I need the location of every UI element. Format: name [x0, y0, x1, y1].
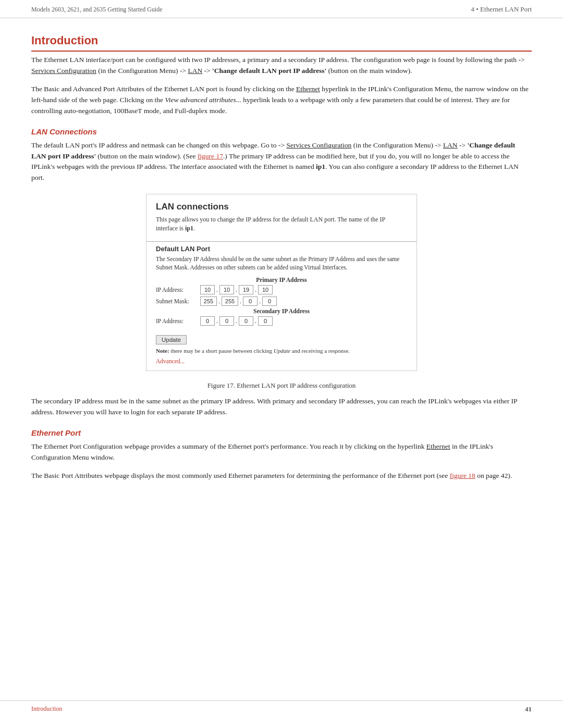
subnet-mask-row: Subnet Mask: . . . [156, 297, 407, 306]
header: Models 2603, 2621, and 2635 Getting Star… [0, 0, 563, 18]
lan-connections-heading: LAN Connections [31, 127, 532, 136]
figure-divider [146, 241, 417, 242]
subnet-mask-field-2[interactable] [222, 297, 238, 306]
sec-dot-2: . [236, 317, 237, 325]
primary-ip-field-1[interactable] [200, 285, 215, 294]
footer: Introduction 41 [0, 700, 563, 718]
ip-dot-2: . [236, 286, 237, 294]
ethernet-link-1[interactable]: Ethernet [296, 85, 320, 93]
subnet-mask-label: Subnet Mask: [156, 298, 200, 304]
figure17-ref[interactable]: figure 17 [198, 152, 223, 160]
header-chapter-number: 4 [471, 5, 476, 13]
services-config-link[interactable]: Services Configuration [31, 67, 96, 75]
header-right-text: 4 • Ethernet LAN Port [471, 5, 532, 14]
secondary-ip-field-4[interactable] [258, 316, 273, 326]
ip-dot-3: . [255, 286, 256, 294]
secondary-ip-field-1[interactable] [200, 316, 215, 326]
header-bullet: • [476, 5, 480, 13]
lan-connections-paragraph: The default LAN port's IP address and ne… [31, 140, 532, 184]
secondary-ip-fields: . . . [200, 316, 273, 326]
ethernet-para-2: The Basic Port Attributes webpage displa… [31, 471, 532, 482]
lan-link-2[interactable]: LAN [443, 141, 458, 149]
services-config-link-2[interactable]: Services Configuration [286, 141, 351, 149]
secondary-ip-label: Secondary IP Address [156, 308, 407, 314]
ethernet-para-1: The Ethernet Port Configuration webpage … [31, 441, 532, 463]
primary-ip-field-3[interactable] [239, 285, 253, 294]
intro-paragraph-1: The Ethernet LAN interface/port can be c… [31, 55, 532, 77]
figure18-ref[interactable]: figure 18 [450, 472, 475, 479]
subnet-dot-2: . [240, 298, 241, 305]
secondary-ip-field-2[interactable] [219, 316, 234, 326]
subnet-dot-1: . [218, 298, 220, 305]
main-content: Introduction The Ethernet LAN interface/… [0, 18, 563, 520]
secondary-ip-paragraph: The secondary IP address must be in the … [31, 396, 532, 418]
footer-section-name: Introduction [31, 705, 62, 713]
figure-caption: Figure 17. Ethernet LAN port IP address … [31, 381, 532, 390]
subnet-mask-field-1[interactable] [200, 297, 217, 306]
intro-paragraph-2: The Basic and Advanced Port Attributes o… [31, 84, 532, 117]
default-lan-desc: The Secondary IP Address should be on th… [156, 255, 407, 272]
figure-subtitle: This page allows you to change the IP ad… [146, 214, 417, 238]
ip-address-label-2: IP Address: [156, 318, 200, 324]
sec-dot-3: . [255, 317, 256, 325]
section-title: Introduction [31, 34, 532, 52]
update-button[interactable]: Update [156, 335, 187, 344]
update-section: Update [156, 331, 407, 348]
header-chapter-title: Ethernet LAN Port [480, 5, 532, 13]
ip-address-label-1: IP Address: [156, 287, 200, 293]
subnet-mask-fields: . . . [200, 297, 277, 306]
secondary-ip-field-3[interactable] [239, 316, 253, 326]
ip-dot-1: . [216, 286, 218, 294]
primary-ip-label: Primary IP Address [156, 277, 407, 283]
figure-box: LAN connections This page allows you to … [146, 194, 417, 371]
default-lan-heading: Default LAN Port [156, 245, 407, 253]
subnet-mask-field-3[interactable] [243, 297, 258, 306]
ethernet-link-2[interactable]: Ethernet [426, 442, 450, 450]
lan-link-1[interactable]: LAN [188, 67, 202, 75]
figure-title: LAN connections [146, 194, 417, 214]
sec-dot-1: . [216, 317, 218, 325]
primary-ip-fields: . . . [200, 285, 273, 294]
subnet-mask-field-4[interactable] [262, 297, 277, 306]
default-lan-section: Default LAN Port The Secondary IP Addres… [146, 245, 417, 365]
primary-ip-field-2[interactable] [219, 285, 234, 294]
primary-ip-row: IP Address: . . . [156, 285, 407, 294]
secondary-ip-row: IP Address: . . . [156, 316, 407, 326]
subnet-dot-3: . [259, 298, 261, 305]
header-left-text: Models 2603, 2621, and 2635 Getting Star… [31, 6, 163, 14]
footer-page-number: 41 [525, 705, 532, 713]
advanced-link[interactable]: Advanced... [156, 358, 185, 364]
note-text: Note: there may be a short pause between… [156, 348, 407, 354]
primary-ip-field-4[interactable] [258, 285, 273, 294]
ethernet-port-heading: Ethernet Port [31, 428, 532, 437]
